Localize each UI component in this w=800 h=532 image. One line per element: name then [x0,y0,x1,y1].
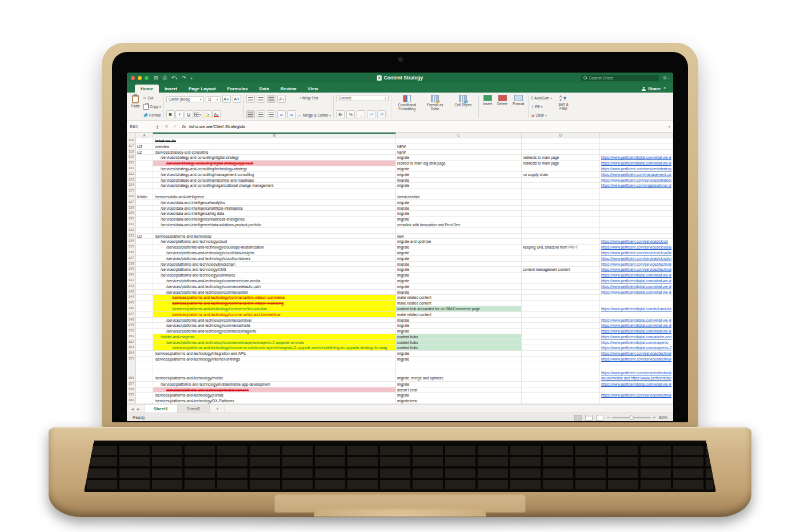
cell-c[interactable]: migrate [396,278,522,284]
cell-a[interactable] [136,166,153,172]
cell-d[interactable] [522,273,600,278]
cell-a[interactable] [136,250,153,256]
sheet-tab-sheet1[interactable]: Sheet1 [145,405,178,413]
cell-b[interactable]: /services/strategy-and-consulting [153,150,396,155]
bold-button[interactable]: B [166,110,175,118]
cell-d[interactable] [522,189,600,194]
cell-c[interactable]: migrate [396,206,522,211]
zoom-slider-knob[interactable] [629,415,634,420]
cell-c[interactable]: migrate [396,217,522,222]
cell-c[interactable]: migrate [396,172,522,178]
border-button[interactable]: ▾ [194,110,202,118]
cell-link[interactable]: https://www.perficientdigital.com/what-w… [601,161,671,166]
cell-link[interactable]: https://www.perficient.com/services/tech… [601,262,671,267]
cell-link[interactable]: https://www.perficient.com/services/tech… [601,393,671,398]
cell-b[interactable]: /services/data-and-intelligence [153,194,396,200]
cell-a[interactable] [136,245,153,250]
name-box[interactable]: B84 ▲▼ [127,121,162,132]
cell-link[interactable]: https://www.perficientdigital.com/what-w… [601,278,671,284]
cell-c[interactable] [396,138,522,144]
cell-c[interactable]: migrate [396,273,522,278]
orientation-button[interactable]: ab▾ [277,95,286,103]
cell-c[interactable]: redirect to main dig strat page [396,161,522,166]
cell-e[interactable]: https://www.perficient.com/services/clou… [600,245,673,250]
increase-indent-button[interactable]: ≡▸ [287,110,296,118]
zoom-out-icon[interactable]: − [607,415,609,420]
add-sheet-button[interactable]: + [210,405,225,413]
cell-e[interactable] [600,150,673,155]
cell-link[interactable]: https://www.perficient.com/services/stra… [601,178,671,183]
cell-e[interactable] [600,362,673,370]
cell-e[interactable] [600,387,673,393]
page-layout-view-button[interactable] [585,415,593,421]
cell-a[interactable] [136,189,153,194]
fullscreen-button[interactable] [145,76,149,80]
cell-link[interactable]: https://www.perficient.com/services/clou… [601,250,671,256]
formula-input[interactable]: /who-we-are/Chief-Strategists [189,124,246,129]
cell-link[interactable]: https://www.perficientdigital.com/magent… [601,340,671,346]
cell-a[interactable] [136,256,153,262]
cell-e[interactable] [600,217,673,222]
cell-c[interactable]: doesn't exist [396,387,522,393]
cell-e[interactable]: https://www.perficient.com/organizationa… [600,183,673,189]
cell-e[interactable]: https://www.perficientdigital.com/what-w… [600,161,673,166]
comma-button[interactable]: , [357,110,365,118]
cell-a[interactable] [136,228,153,234]
cell-link[interactable]: https://www.perficient.com/services/tech… [601,370,671,376]
cell-d[interactable] [522,284,600,290]
cell-b[interactable]: /services/platforms-and-technology/DX-Pl… [153,398,396,404]
cell-d[interactable] [522,166,600,172]
cell-a[interactable] [136,334,153,340]
cell-b[interactable]: /services/platforms-and-technology/cloud… [153,250,396,256]
row-number[interactable]: 155 [127,357,136,362]
cell-b[interactable]: /services/platforms-and-technology/comme… [153,318,396,323]
cell-a[interactable]: Liz [136,234,153,239]
cell-d[interactable] [522,370,600,382]
row-number[interactable]: 156 [127,370,136,382]
next-sheet-icon[interactable]: ▶ [137,407,140,411]
conditional-formatting-button[interactable]: Conditional Formatting [394,94,420,119]
page-break-view-button[interactable] [596,415,603,421]
cell-a[interactable] [136,200,153,206]
cell-link[interactable]: https://www.perficient.com/management-co… [601,172,671,178]
cell-link[interactable]: https://www.perficient.com/services/clou… [601,245,671,250]
cell-c[interactable]: migrate [396,211,522,217]
ribbon-tab-data[interactable]: Data [254,85,275,93]
cell-e[interactable]: https://www.perficientdigital.com/what-w… [600,382,673,387]
cell-a[interactable] [136,318,153,323]
cell-b[interactable]: /services/platforms-and-technology/comme… [153,273,396,278]
cell-c[interactable]: migrate [396,323,522,329]
row-number[interactable]: 160 [127,398,136,404]
ribbon-tab-home[interactable]: Home [135,85,159,93]
insert-cells-button[interactable]: Insert [481,94,494,119]
cell-a[interactable] [136,217,153,222]
cell-c[interactable]: migrate [396,155,522,161]
cell-e[interactable]: https://www.perficientdigital.com/what-w… [600,323,673,329]
cell-e[interactable]: https://www.perficientdigital.com/magent… [600,345,673,351]
save-icon[interactable]: ⎙ [163,75,167,81]
cell-link[interactable]: https://www.perficient.com/organizationa… [601,183,671,189]
cell-b[interactable]: /services/platforms-and-technology/mobil… [153,387,396,393]
cell-d[interactable] [522,393,600,398]
cell-c[interactable]: migrate [396,183,522,189]
cell-e[interactable]: https://www.perficientdigital.com/what-w… [600,290,673,295]
cell-link[interactable]: https://www.perficientdigital.com/what-w… [601,290,671,295]
cell-a[interactable] [136,301,153,306]
cancel-icon[interactable]: ✕ [165,124,169,129]
cell-e[interactable]: https://www.perficientdigital.com/what-w… [600,155,673,161]
cell-c[interactable]: migrate [396,200,522,206]
cell-d[interactable]: content management content [522,267,600,273]
decrease-indent-button[interactable]: ◂≡ [277,110,286,118]
cell-a[interactable]: LIZ [136,144,153,150]
cell-b[interactable]: /services/strategy-and-consulting/organi… [153,183,396,189]
cell-d[interactable] [522,306,600,312]
cell-c[interactable]: content hubs [396,340,522,346]
cell-b[interactable]: /services/platforms-and-technology/comme… [153,290,396,295]
cell-d[interactable] [522,234,600,239]
cell-b[interactable]: /services/platforms-and-technology/comme… [153,284,396,290]
cell-d[interactable] [522,318,600,323]
cell-b[interactable]: overview [153,144,396,150]
cell-a[interactable] [136,284,153,290]
decrease-decimal-button[interactable]: .00 [377,110,386,118]
cell-b[interactable]: /services/strategy-and-consulting/vision… [153,178,396,183]
